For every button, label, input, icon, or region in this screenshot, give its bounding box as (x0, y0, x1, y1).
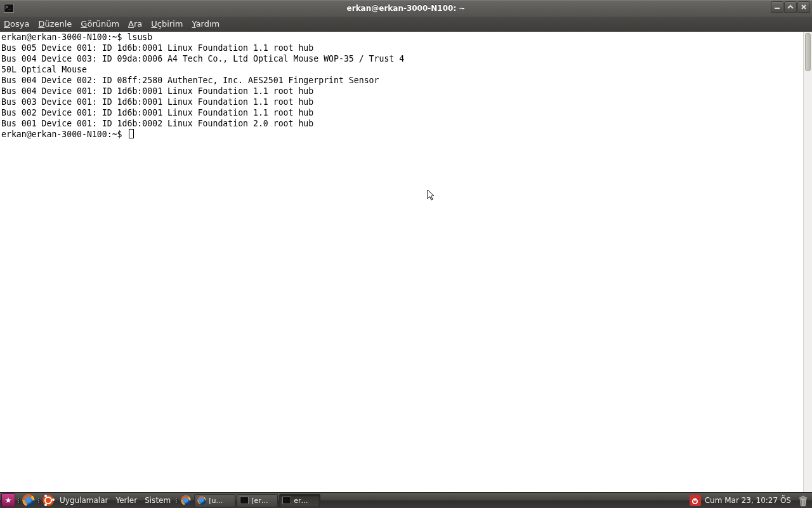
terminal-output-line: Bus 005 Device 001: ID 1d6b:0001 Linux F… (1, 43, 313, 53)
ubuntu-menu-button[interactable] (42, 493, 55, 507)
panel-menu-applications[interactable]: Uygulamalar (56, 496, 112, 505)
terminal-icon (240, 497, 249, 504)
task-button[interactable]: [u… (194, 494, 235, 507)
trash-applet[interactable] (797, 494, 809, 507)
maximize-button[interactable] (784, 1, 797, 13)
terminal-output-line: Bus 003 Device 001: ID 1d6b:0001 Linux F… (1, 97, 313, 107)
firefox-quicklaunch[interactable] (180, 493, 192, 507)
window-title: erkan@erkan-3000-N100: ~ (347, 4, 466, 13)
terminal-output-line: Bus 001 Device 001: ID 1d6b:0002 Linux F… (1, 119, 313, 128)
window-titlebar[interactable]: erkan@erkan-3000-N100: ~ (0, 0, 812, 16)
terminal-icon (282, 497, 291, 504)
menu-view[interactable]: Görünüm (81, 19, 119, 29)
task-button-active[interactable]: er… (279, 494, 320, 507)
terminal-area[interactable]: erkan@erkan-3000-N100:~$ lsusb Bus 005 D… (0, 32, 812, 492)
clock[interactable]: Cum Mar 23, 10:27 ÖS (704, 496, 792, 505)
task-button[interactable]: [er… (237, 494, 278, 507)
firefox-icon (197, 496, 206, 505)
task-label: [u… (209, 497, 223, 505)
show-desktop-button[interactable] (1, 493, 15, 507)
panel-menu-places[interactable]: Yerler (112, 496, 141, 505)
panel-separator-icon (37, 493, 40, 508)
panel-menu-system[interactable]: Sistem (141, 496, 174, 505)
menu-terminal[interactable]: Uçbirim (151, 19, 183, 29)
minimize-button[interactable] (771, 1, 783, 13)
menu-edit[interactable]: Düzenle (38, 19, 72, 29)
task-label: er… (294, 497, 308, 505)
terminal-output-line: Bus 004 Device 002: ID 08ff:2580 AuthenT… (1, 76, 379, 85)
panel-separator-icon (17, 493, 20, 508)
terminal-output-line: Bus 004 Device 001: ID 1d6b:0001 Linux F… (1, 86, 313, 96)
shutdown-button[interactable] (690, 495, 701, 506)
bottom-panel: Uygulamalar Yerler Sistem [u… [er… er… C… (0, 492, 812, 508)
terminal-output-line: Bus 002 Device 001: ID 1d6b:0001 Linux F… (1, 108, 313, 117)
scrollbar-thumb[interactable] (805, 33, 811, 71)
menu-help[interactable]: Yardım (192, 19, 219, 29)
prompt: erkan@erkan-3000-N100:~$ (1, 130, 128, 139)
firefox-icon (181, 495, 191, 505)
task-label: [er… (251, 497, 268, 505)
close-button[interactable] (797, 1, 810, 13)
terminal-output-line: 50L Optical Mouse (1, 65, 87, 74)
prompt: erkan@erkan-3000-N100:~$ (1, 32, 128, 42)
terminal-output-line: Bus 004 Device 003: ID 09da:0006 A4 Tech… (1, 54, 404, 64)
vertical-scrollbar[interactable] (803, 32, 812, 492)
menu-bar: Dosya Düzenle Görünüm Ara Uçbirim Yardım (0, 16, 812, 32)
svg-rect-2 (802, 496, 805, 497)
panel-separator-icon (175, 493, 178, 508)
ubuntu-icon (43, 495, 54, 506)
terminal-cursor (129, 129, 134, 138)
terminal-icon (4, 4, 14, 13)
firefox-launcher[interactable] (22, 493, 36, 507)
command: lsusb (128, 32, 153, 42)
menu-file[interactable]: Dosya (4, 19, 29, 29)
firefox-icon (22, 494, 35, 507)
menu-search[interactable]: Ara (128, 19, 142, 29)
